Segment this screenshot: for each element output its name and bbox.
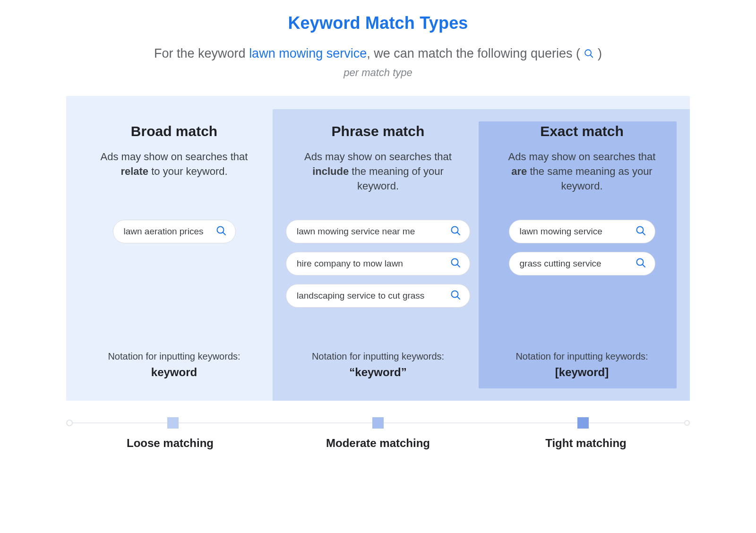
query-list: lawn mowing service grass cutting servic… bbox=[504, 220, 660, 351]
column-exact-match: Exact match Ads may show on searches tha… bbox=[487, 115, 677, 401]
notation-value: keyword bbox=[108, 366, 240, 379]
intro-suffix: ) bbox=[594, 46, 602, 60]
scale-marker bbox=[167, 417, 179, 429]
match-types-panel: Broad match Ads may show on searches tha… bbox=[66, 96, 690, 401]
query-pill: lawn mowing service near me bbox=[286, 220, 470, 243]
column-description: Ads may show on searches that include th… bbox=[293, 150, 463, 206]
query-pill: lawn mowing service bbox=[509, 220, 655, 243]
query-text: landscaping service to cut grass bbox=[297, 291, 424, 301]
search-icon bbox=[450, 257, 461, 271]
query-text: hire company to mow lawn bbox=[297, 258, 403, 269]
query-pill: lawn aeration prices bbox=[113, 220, 236, 243]
page-title: Keyword Match Types bbox=[66, 13, 690, 33]
scale-marker bbox=[372, 417, 384, 429]
query-text: lawn mowing service bbox=[520, 226, 602, 237]
notation-value: “keyword” bbox=[312, 366, 444, 379]
desc-text: the same meaning as your keyword. bbox=[527, 165, 652, 192]
notation-label: Notation for inputting keywords: bbox=[515, 351, 648, 362]
column-title: Exact match bbox=[540, 123, 624, 139]
query-pill: hire company to mow lawn bbox=[286, 252, 470, 275]
column-description: Ads may show on searches that relate to … bbox=[96, 150, 252, 206]
query-pill: grass cutting service bbox=[509, 252, 655, 275]
intro-subtitle: per match type bbox=[66, 67, 690, 79]
scale-label: Tight matching bbox=[482, 437, 690, 450]
query-text: lawn mowing service near me bbox=[297, 226, 415, 237]
query-pill: landscaping service to cut grass bbox=[286, 284, 470, 308]
notation-value: [keyword] bbox=[515, 366, 648, 379]
matching-scale: Loose matching Moderate matching Tight m… bbox=[66, 422, 690, 450]
intro-line: For the keyword lawn mowing service, we … bbox=[66, 46, 690, 62]
desc-bold: relate bbox=[120, 165, 148, 177]
desc-text: Ads may show on searches that bbox=[101, 151, 248, 163]
scale-label: Moderate matching bbox=[274, 437, 482, 450]
notation-block: Notation for inputting keywords: “keywor… bbox=[312, 351, 444, 401]
scale-label: Loose matching bbox=[66, 437, 274, 450]
desc-text: the meaning of your keyword. bbox=[349, 165, 444, 192]
column-phrase-match: Phrase match Ads may show on searches th… bbox=[269, 115, 487, 401]
intro-prefix: For the keyword bbox=[154, 46, 249, 60]
notation-label: Notation for inputting keywords: bbox=[312, 351, 444, 362]
desc-text: to your keyword. bbox=[148, 165, 228, 177]
search-icon bbox=[635, 257, 646, 271]
scale-line bbox=[71, 422, 685, 423]
desc-bold: include bbox=[312, 165, 349, 177]
notation-block: Notation for inputting keywords: [keywor… bbox=[515, 351, 648, 401]
notation-block: Notation for inputting keywords: keyword bbox=[108, 351, 240, 401]
query-list: lawn mowing service near me hire company… bbox=[286, 220, 470, 351]
column-broad-match: Broad match Ads may show on searches tha… bbox=[79, 115, 269, 401]
search-icon bbox=[635, 225, 646, 239]
search-icon bbox=[450, 225, 461, 239]
query-text: lawn aeration prices bbox=[124, 226, 204, 237]
search-icon bbox=[584, 47, 594, 62]
column-title: Broad match bbox=[131, 123, 217, 139]
query-list: lawn aeration prices bbox=[96, 220, 252, 351]
desc-text: Ads may show on searches that bbox=[508, 151, 656, 163]
desc-text: Ads may show on searches that bbox=[304, 151, 452, 163]
search-icon bbox=[450, 289, 461, 303]
query-text: grass cutting service bbox=[520, 258, 601, 269]
scale-marker bbox=[577, 417, 589, 429]
intro-keyword: lawn mowing service bbox=[249, 46, 367, 60]
column-title: Phrase match bbox=[332, 123, 425, 139]
desc-bold: are bbox=[511, 165, 527, 177]
notation-label: Notation for inputting keywords: bbox=[108, 351, 240, 362]
column-description: Ads may show on searches that are the sa… bbox=[504, 150, 660, 206]
intro-mid: , we can match the following queries ( bbox=[367, 46, 584, 60]
search-icon bbox=[215, 225, 227, 239]
